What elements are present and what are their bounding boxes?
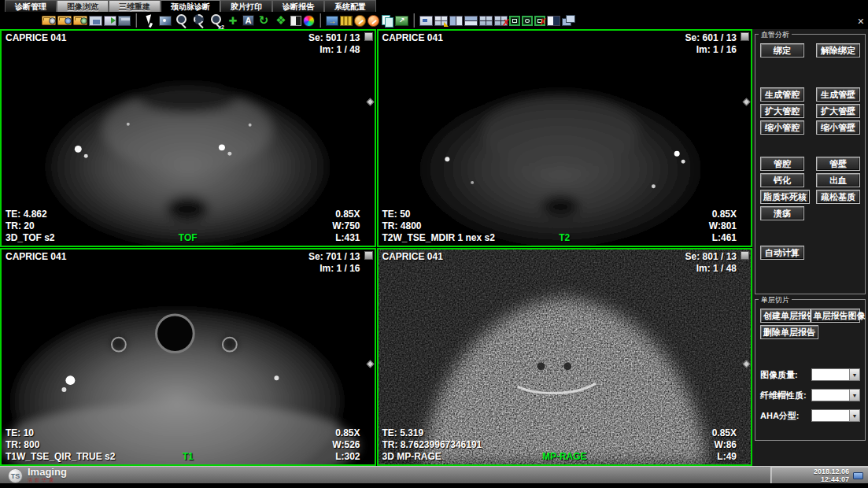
tab-system-config[interactable]: 系统配置 <box>324 0 376 12</box>
auto-calculate-button[interactable]: 自动计算 <box>760 246 804 260</box>
viewport-tof[interactable]: CAPRICE 041 Se: 501 / 13 Im: 1 / 48 TE: … <box>0 29 376 247</box>
generate-lumen-button[interactable]: 生成管腔 <box>760 87 804 102</box>
sequence-label: MP-RAGE <box>379 451 752 463</box>
delete-roi-icon[interactable]: ✗ <box>534 16 545 26</box>
import-folder-icon[interactable] <box>57 16 72 25</box>
zoom-2x-icon[interactable]: x2 <box>208 13 223 28</box>
vessel-analysis-group: 血管分析 绑定解除绑定生成管腔生成管壁扩大管腔扩大管壁缩小管腔缩小管壁管腔管壁钙… <box>755 34 866 294</box>
menu-bar: 诊断管理图像浏览三维重建颈动脉诊断胶片打印诊断报告系统配置 <box>0 0 868 12</box>
cascade-windows-icon[interactable] <box>562 15 575 26</box>
square-roi-icon[interactable] <box>509 16 520 26</box>
grid-2x2-icon[interactable] <box>479 16 493 26</box>
tab-diagnosis-report[interactable]: 诊断报告 <box>272 0 324 12</box>
viewport-mprage[interactable]: CAPRICE 041 Se: 801 / 13 Im: 1 / 48 TE: … <box>377 248 753 466</box>
tab-diagnosis-management[interactable]: 诊断管理 <box>5 0 57 12</box>
lipid-necrotic-core-button[interactable]: 脂质坏死核 <box>760 190 810 204</box>
delete-slice-report-button[interactable]: 删除单层报告 <box>760 325 818 339</box>
wall-button[interactable]: 管壁 <box>816 157 860 171</box>
toolbar-separator <box>413 13 415 28</box>
tr-value: TR: 800 <box>6 439 115 451</box>
viewport-scroll-thumb[interactable] <box>364 251 373 260</box>
aha-type-select[interactable]: ▼ <box>811 409 860 422</box>
series-info: Se: 601 / 13 Im: 1 / 16 <box>685 32 737 56</box>
ulcer-button[interactable]: 溃疡 <box>760 206 804 220</box>
angle-measure-icon[interactable] <box>368 15 379 27</box>
viewport-t2[interactable]: CAPRICE 041 Se: 601 / 13 Im: 1 / 16 TE: … <box>377 29 753 247</box>
open-folder-icon[interactable] <box>42 16 56 25</box>
image-quality-select[interactable]: ▼ <box>811 368 860 381</box>
calcification-button[interactable]: 钙化 <box>760 173 804 187</box>
vertical-split-icon[interactable] <box>449 16 463 26</box>
single-layout-icon[interactable] <box>419 16 433 26</box>
generate-wall-button[interactable]: 生成管壁 <box>816 87 860 102</box>
lumen-button[interactable]: 管腔 <box>760 157 804 171</box>
pointer-tool-icon[interactable] <box>142 13 157 28</box>
unbind-button[interactable]: 解除绑定 <box>816 43 860 57</box>
save-image-icon[interactable]: ↗ <box>395 16 408 26</box>
half-pane-icon[interactable] <box>547 16 560 26</box>
fibrous-cap-select[interactable]: ▼ <box>811 389 860 401</box>
zoom-icon[interactable] <box>173 13 189 28</box>
viewport-scroll-thumb[interactable] <box>741 251 749 260</box>
group-title: 单层切片 <box>759 295 792 305</box>
expand-wall-button[interactable]: 扩大管壁 <box>816 104 860 118</box>
series-number: Se: 701 / 13 <box>308 251 360 263</box>
zoom-factor: 0.85X <box>332 427 360 439</box>
horizontal-split-icon[interactable] <box>464 16 478 26</box>
measure-icon[interactable] <box>354 15 366 27</box>
shrink-wall-button[interactable]: 缩小管壁 <box>816 120 860 135</box>
select-arrow-icon: ▼ <box>849 410 859 421</box>
spacer <box>757 60 863 85</box>
hemorrhage-button[interactable]: 出血 <box>816 173 860 187</box>
window-level-icon[interactable] <box>159 16 172 26</box>
create-slice-report-button[interactable]: 创建单层报告 <box>760 309 811 323</box>
image-quality-select-label: 图像质量: <box>760 369 798 381</box>
shrink-lumen-button[interactable]: 缩小管腔 <box>760 120 804 135</box>
copy-report-icon[interactable] <box>381 15 393 26</box>
single-slice-group: 单层切片 创建单层报告单层报告图像删除单层报告 图像质量:▼纤维帽性质:▼AHA… <box>755 299 866 441</box>
te-value: TE: 5.319 <box>382 427 482 439</box>
zoom-region-icon[interactable] <box>190 13 206 28</box>
tab-3d-reconstruction[interactable]: 三维重建 <box>109 0 161 12</box>
send-to-film-icon[interactable]: → <box>326 16 338 26</box>
window-value: W:801 <box>709 220 737 232</box>
window-value: W:86 <box>712 439 737 451</box>
te-value: TE: 50 <box>382 209 495 220</box>
tab-image-browse[interactable]: 图像浏览 <box>57 0 109 12</box>
viewport-t1[interactable]: CAPRICE 041 Se: 701 / 13 Im: 1 / 16 TE: … <box>0 248 376 466</box>
loose-matrix-button[interactable]: 疏松基质 <box>816 190 860 204</box>
spacer <box>757 137 863 154</box>
refresh-icon[interactable]: ↻ <box>256 13 271 28</box>
bind-button[interactable]: 绑定 <box>760 43 804 57</box>
film-cassette-icon[interactable] <box>340 16 353 26</box>
viewport-scroll-thumb[interactable] <box>364 32 373 41</box>
invert-icon[interactable] <box>290 16 301 26</box>
input-method-icon[interactable] <box>853 472 863 479</box>
text-annotation-icon[interactable]: A <box>242 15 254 26</box>
window-value: W:750 <box>332 220 360 232</box>
image-number: Im: 1 / 16 <box>308 263 360 275</box>
expand-lumen-button[interactable]: 扩大管腔 <box>760 104 804 118</box>
fit-screen-icon[interactable]: ❖ <box>273 13 289 28</box>
brand-area: TS Imaging 清影华康 <box>8 468 67 484</box>
viewport-scroll-thumb[interactable] <box>741 32 749 41</box>
zoom-factor: 0.85X <box>709 209 737 220</box>
edit-layout-icon[interactable] <box>434 16 448 26</box>
tab-carotid-diagnosis[interactable]: 颈动脉诊断 <box>161 0 220 12</box>
group-title: 血管分析 <box>759 30 792 40</box>
send-study-icon[interactable] <box>104 16 116 26</box>
slice-report-image-button[interactable]: 单层报告图像 <box>811 309 861 323</box>
clear-layout-icon[interactable]: ✗ <box>494 16 508 26</box>
worklist-icon[interactable] <box>89 16 102 26</box>
pan-icon[interactable]: ✚ <box>225 13 241 28</box>
te-value: TE: 10 <box>6 427 115 439</box>
series-number: Se: 501 / 13 <box>308 32 360 44</box>
tr-value: TR: 20 <box>6 220 54 232</box>
circle-roi-icon[interactable] <box>522 16 533 26</box>
toolbar-separator <box>319 13 321 28</box>
tab-film-print[interactable]: 胶片打印 <box>220 0 272 12</box>
close-icon[interactable]: × <box>858 16 864 27</box>
archive-icon[interactable] <box>118 16 131 26</box>
color-palette-icon[interactable] <box>303 15 315 27</box>
export-folder-icon[interactable] <box>73 16 87 25</box>
